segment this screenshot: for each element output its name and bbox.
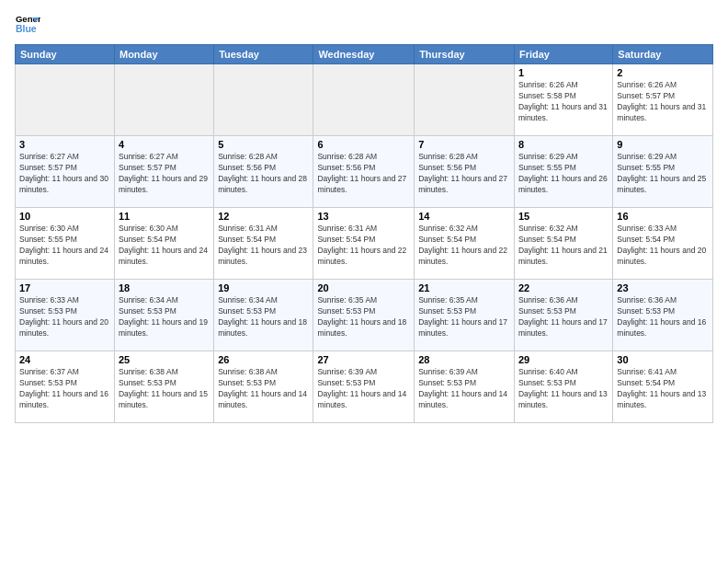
day-info: Sunrise: 6:32 AMSunset: 5:54 PMDaylight:… <box>518 224 609 268</box>
calendar-cell: 29Sunrise: 6:40 AMSunset: 5:53 PMDayligh… <box>514 351 612 423</box>
calendar: SundayMondayTuesdayWednesdayThursdayFrid… <box>15 44 713 423</box>
day-info: Sunrise: 6:33 AMSunset: 5:54 PMDaylight:… <box>617 224 709 268</box>
calendar-cell <box>313 64 415 136</box>
day-info: Sunrise: 6:27 AMSunset: 5:57 PMDaylight:… <box>19 152 110 196</box>
page: General Blue SundayMondayTuesdayWednesda… <box>0 0 728 563</box>
calendar-cell: 5Sunrise: 6:28 AMSunset: 5:56 PMDaylight… <box>214 136 313 208</box>
day-number: 29 <box>518 354 609 365</box>
day-info: Sunrise: 6:32 AMSunset: 5:54 PMDaylight:… <box>418 224 510 268</box>
day-number: 21 <box>418 282 510 293</box>
weekday-header: Sunday <box>16 45 115 64</box>
calendar-cell: 15Sunrise: 6:32 AMSunset: 5:54 PMDayligh… <box>514 208 612 280</box>
calendar-cell: 13Sunrise: 6:31 AMSunset: 5:54 PMDayligh… <box>313 208 415 280</box>
day-number: 9 <box>617 139 709 150</box>
day-info: Sunrise: 6:27 AMSunset: 5:57 PMDaylight:… <box>119 152 210 196</box>
day-number: 13 <box>317 211 410 222</box>
calendar-cell: 3Sunrise: 6:27 AMSunset: 5:57 PMDaylight… <box>16 136 115 208</box>
day-number: 30 <box>617 354 709 365</box>
day-number: 2 <box>617 67 709 78</box>
day-info: Sunrise: 6:30 AMSunset: 5:54 PMDaylight:… <box>119 224 210 268</box>
day-number: 28 <box>418 354 510 365</box>
calendar-cell: 1Sunrise: 6:26 AMSunset: 5:58 PMDaylight… <box>514 64 612 136</box>
calendar-cell: 27Sunrise: 6:39 AMSunset: 5:53 PMDayligh… <box>313 351 415 423</box>
calendar-cell: 25Sunrise: 6:38 AMSunset: 5:53 PMDayligh… <box>114 351 213 423</box>
calendar-cell <box>114 64 213 136</box>
day-info: Sunrise: 6:30 AMSunset: 5:55 PMDaylight:… <box>19 224 110 268</box>
calendar-cell: 2Sunrise: 6:26 AMSunset: 5:57 PMDaylight… <box>613 64 713 136</box>
day-number: 27 <box>317 354 410 365</box>
day-number: 6 <box>317 139 410 150</box>
day-info: Sunrise: 6:36 AMSunset: 5:53 PMDaylight:… <box>518 295 609 339</box>
calendar-cell: 6Sunrise: 6:28 AMSunset: 5:56 PMDaylight… <box>313 136 415 208</box>
day-info: Sunrise: 6:29 AMSunset: 5:55 PMDaylight:… <box>518 152 609 196</box>
calendar-cell: 8Sunrise: 6:29 AMSunset: 5:55 PMDaylight… <box>514 136 612 208</box>
weekday-header-row: SundayMondayTuesdayWednesdayThursdayFrid… <box>16 45 713 64</box>
day-number: 1 <box>518 67 609 78</box>
day-number: 3 <box>19 139 110 150</box>
day-number: 7 <box>418 139 510 150</box>
calendar-cell: 11Sunrise: 6:30 AMSunset: 5:54 PMDayligh… <box>114 208 213 280</box>
day-info: Sunrise: 6:35 AMSunset: 5:53 PMDaylight:… <box>418 295 510 339</box>
day-info: Sunrise: 6:28 AMSunset: 5:56 PMDaylight:… <box>418 152 510 196</box>
day-number: 19 <box>218 282 309 293</box>
calendar-cell: 28Sunrise: 6:39 AMSunset: 5:53 PMDayligh… <box>415 351 515 423</box>
day-info: Sunrise: 6:38 AMSunset: 5:53 PMDaylight:… <box>119 367 210 411</box>
calendar-week-row: 17Sunrise: 6:33 AMSunset: 5:53 PMDayligh… <box>16 280 713 351</box>
day-number: 22 <box>518 282 609 293</box>
day-number: 11 <box>119 211 210 222</box>
day-info: Sunrise: 6:41 AMSunset: 5:54 PMDaylight:… <box>617 367 709 411</box>
weekday-header: Friday <box>514 45 612 64</box>
calendar-cell: 10Sunrise: 6:30 AMSunset: 5:55 PMDayligh… <box>16 208 115 280</box>
calendar-cell: 4Sunrise: 6:27 AMSunset: 5:57 PMDaylight… <box>114 136 213 208</box>
weekday-header: Thursday <box>415 45 515 64</box>
day-info: Sunrise: 6:37 AMSunset: 5:53 PMDaylight:… <box>19 367 110 411</box>
weekday-header: Monday <box>114 45 213 64</box>
calendar-week-row: 24Sunrise: 6:37 AMSunset: 5:53 PMDayligh… <box>16 351 713 423</box>
day-info: Sunrise: 6:35 AMSunset: 5:53 PMDaylight:… <box>317 295 410 339</box>
calendar-cell: 24Sunrise: 6:37 AMSunset: 5:53 PMDayligh… <box>16 351 115 423</box>
calendar-cell: 19Sunrise: 6:34 AMSunset: 5:53 PMDayligh… <box>214 280 313 351</box>
day-number: 26 <box>218 354 309 365</box>
day-number: 16 <box>617 211 709 222</box>
logo: General Blue <box>15 11 40 37</box>
day-info: Sunrise: 6:31 AMSunset: 5:54 PMDaylight:… <box>218 224 309 268</box>
day-number: 14 <box>418 211 510 222</box>
calendar-cell: 16Sunrise: 6:33 AMSunset: 5:54 PMDayligh… <box>613 208 713 280</box>
calendar-cell: 17Sunrise: 6:33 AMSunset: 5:53 PMDayligh… <box>16 280 115 351</box>
day-number: 18 <box>119 282 210 293</box>
day-info: Sunrise: 6:38 AMSunset: 5:53 PMDaylight:… <box>218 367 309 411</box>
weekday-header: Saturday <box>613 45 713 64</box>
day-info: Sunrise: 6:26 AMSunset: 5:57 PMDaylight:… <box>617 80 709 124</box>
calendar-cell <box>16 64 115 136</box>
calendar-cell <box>415 64 515 136</box>
calendar-cell: 20Sunrise: 6:35 AMSunset: 5:53 PMDayligh… <box>313 280 415 351</box>
day-info: Sunrise: 6:36 AMSunset: 5:53 PMDaylight:… <box>617 295 709 339</box>
calendar-week-row: 1Sunrise: 6:26 AMSunset: 5:58 PMDaylight… <box>16 64 713 136</box>
day-info: Sunrise: 6:33 AMSunset: 5:53 PMDaylight:… <box>19 295 110 339</box>
day-number: 5 <box>218 139 309 150</box>
day-info: Sunrise: 6:34 AMSunset: 5:53 PMDaylight:… <box>218 295 309 339</box>
day-number: 24 <box>19 354 110 365</box>
day-info: Sunrise: 6:34 AMSunset: 5:53 PMDaylight:… <box>119 295 210 339</box>
calendar-cell: 9Sunrise: 6:29 AMSunset: 5:55 PMDaylight… <box>613 136 713 208</box>
day-number: 10 <box>19 211 110 222</box>
calendar-week-row: 10Sunrise: 6:30 AMSunset: 5:55 PMDayligh… <box>16 208 713 280</box>
calendar-cell: 12Sunrise: 6:31 AMSunset: 5:54 PMDayligh… <box>214 208 313 280</box>
logo-icon: General Blue <box>15 11 40 37</box>
day-info: Sunrise: 6:29 AMSunset: 5:55 PMDaylight:… <box>617 152 709 196</box>
day-number: 23 <box>617 282 709 293</box>
calendar-cell <box>214 64 313 136</box>
calendar-cell: 22Sunrise: 6:36 AMSunset: 5:53 PMDayligh… <box>514 280 612 351</box>
svg-text:Blue: Blue <box>16 23 37 34</box>
day-info: Sunrise: 6:28 AMSunset: 5:56 PMDaylight:… <box>317 152 410 196</box>
day-number: 12 <box>218 211 309 222</box>
calendar-cell: 18Sunrise: 6:34 AMSunset: 5:53 PMDayligh… <box>114 280 213 351</box>
day-info: Sunrise: 6:26 AMSunset: 5:58 PMDaylight:… <box>518 80 609 124</box>
day-number: 25 <box>119 354 210 365</box>
weekday-header: Tuesday <box>214 45 313 64</box>
calendar-cell: 23Sunrise: 6:36 AMSunset: 5:53 PMDayligh… <box>613 280 713 351</box>
calendar-cell: 30Sunrise: 6:41 AMSunset: 5:54 PMDayligh… <box>613 351 713 423</box>
weekday-header: Wednesday <box>313 45 415 64</box>
calendar-week-row: 3Sunrise: 6:27 AMSunset: 5:57 PMDaylight… <box>16 136 713 208</box>
day-number: 8 <box>518 139 609 150</box>
